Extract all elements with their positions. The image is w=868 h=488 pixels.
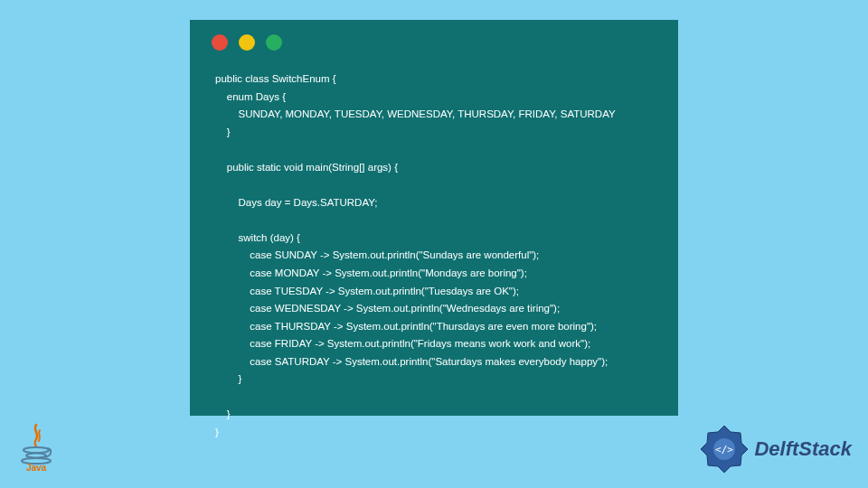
delftstack-label: DelftStack: [754, 437, 852, 461]
svg-text:</>: </>: [715, 444, 733, 455]
delftstack-badge-icon: </>: [700, 425, 749, 474]
code-window: public class SwitchEnum { enum Days { SU…: [190, 20, 678, 416]
svg-point-0: [24, 447, 49, 453]
maximize-icon[interactable]: [266, 34, 282, 51]
java-logo-icon: Java: [16, 421, 56, 472]
svg-point-1: [26, 454, 46, 458]
code-content: public class SwitchEnum { enum Days { SU…: [215, 70, 660, 441]
close-icon[interactable]: [212, 34, 228, 51]
window-controls: [212, 34, 282, 51]
java-label: Java: [26, 463, 47, 472]
minimize-icon[interactable]: [239, 34, 255, 51]
delftstack-logo: </> DelftStack: [700, 425, 852, 474]
